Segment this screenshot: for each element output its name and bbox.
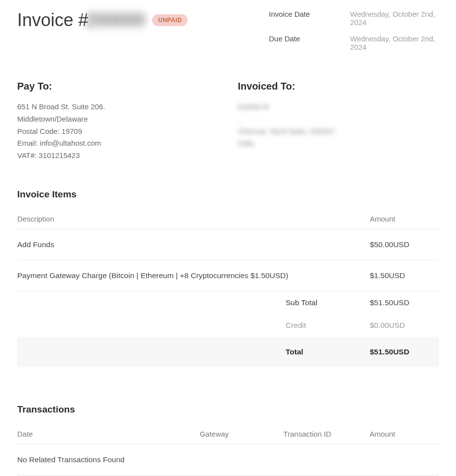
transactions-header-row: Date Gateway Transaction ID Amount bbox=[17, 424, 439, 444]
pay-to-line4: Email: info@ultahost.com bbox=[17, 137, 218, 150]
status-badge: UNPAID bbox=[152, 14, 188, 26]
due-date-row: Due Date Wednesday, October 2nd, 2024 bbox=[269, 34, 439, 51]
dates-block: Invoice Date Wednesday, October 2nd, 202… bbox=[269, 10, 439, 51]
invoice-date-label: Invoice Date bbox=[269, 10, 326, 27]
pay-to-line5: VAT#: 3101215423 bbox=[17, 150, 218, 162]
invoice-items-table: Description Amount Add Funds $50.00USD P… bbox=[17, 209, 439, 367]
total-value: $51.50USD bbox=[370, 337, 439, 367]
item-row: Payment Gateway Charge (Bitcoin | Ethere… bbox=[17, 260, 439, 291]
items-header-row: Description Amount bbox=[17, 209, 439, 229]
no-transactions-message: No Related Transactions Found bbox=[17, 444, 439, 476]
total-row: Total $51.50USD bbox=[17, 337, 439, 367]
pay-to-block: Pay To: 651 N Broad St. Suite 206. Middl… bbox=[17, 81, 218, 162]
invoice-date-value: Wednesday, October 2nd, 2024 bbox=[350, 10, 439, 27]
invoice-header: Invoice #200000 UNPAID Invoice Date Wedn… bbox=[17, 10, 439, 51]
transactions-section: Transactions Date Gateway Transaction ID… bbox=[17, 404, 439, 476]
invoiced-to-line2: , bbox=[238, 113, 439, 126]
item-amount: $1.50USD bbox=[370, 260, 439, 291]
invoice-date-row: Invoice Date Wednesday, October 2nd, 202… bbox=[269, 10, 439, 27]
invoiced-to-line1: Karthik M bbox=[238, 101, 439, 113]
invoice-items-section: Invoice Items Description Amount Add Fun… bbox=[17, 189, 439, 367]
credit-row: Credit $0.00USD bbox=[17, 314, 439, 337]
subtotal-label: Sub Total bbox=[17, 291, 370, 314]
invoice-title-prefix: Invoice # bbox=[17, 10, 88, 30]
invoiced-to-line4: India bbox=[238, 137, 439, 150]
subtotal-value: $51.50USD bbox=[370, 291, 439, 314]
invoiced-to-line3: Chennai, Tamil Nadu, 600057 bbox=[238, 126, 439, 138]
col-date: Date bbox=[17, 424, 199, 444]
invoiced-to-title: Invoiced To: bbox=[238, 81, 439, 92]
col-gateway: Gateway bbox=[199, 424, 283, 444]
total-label: Total bbox=[17, 337, 370, 367]
pay-to-line1: 651 N Broad St. Suite 206. bbox=[17, 101, 218, 113]
parties-section: Pay To: 651 N Broad St. Suite 206. Middl… bbox=[17, 81, 439, 162]
col-amount: Amount bbox=[370, 424, 439, 444]
credit-value: $0.00USD bbox=[370, 314, 439, 337]
invoiced-to-block: Invoiced To: Karthik M , Chennai, Tamil … bbox=[218, 81, 439, 162]
pay-to-title: Pay To: bbox=[17, 81, 218, 92]
item-row: Add Funds $50.00USD bbox=[17, 229, 439, 260]
item-description: Add Funds bbox=[17, 229, 370, 260]
invoice-items-title: Invoice Items bbox=[17, 189, 439, 200]
invoice-title: Invoice #200000 bbox=[17, 10, 145, 31]
pay-to-line3: Postal Code: 19709 bbox=[17, 126, 218, 138]
transactions-table: Date Gateway Transaction ID Amount bbox=[17, 424, 439, 444]
col-amount: Amount bbox=[370, 209, 439, 229]
transactions-title: Transactions bbox=[17, 404, 439, 415]
credit-label: Credit bbox=[17, 314, 370, 337]
col-txid: Transaction ID bbox=[284, 424, 370, 444]
due-date-label: Due Date bbox=[269, 34, 326, 51]
col-description: Description bbox=[17, 209, 370, 229]
invoice-number: 200000 bbox=[86, 10, 145, 30]
pay-to-line2: Middletown/Delaware bbox=[17, 113, 218, 126]
item-amount: $50.00USD bbox=[370, 229, 439, 260]
invoice-title-group: Invoice #200000 UNPAID bbox=[17, 10, 188, 31]
item-description: Payment Gateway Charge (Bitcoin | Ethere… bbox=[17, 260, 370, 291]
due-date-value: Wednesday, October 2nd, 2024 bbox=[350, 34, 439, 51]
subtotal-row: Sub Total $51.50USD bbox=[17, 291, 439, 314]
